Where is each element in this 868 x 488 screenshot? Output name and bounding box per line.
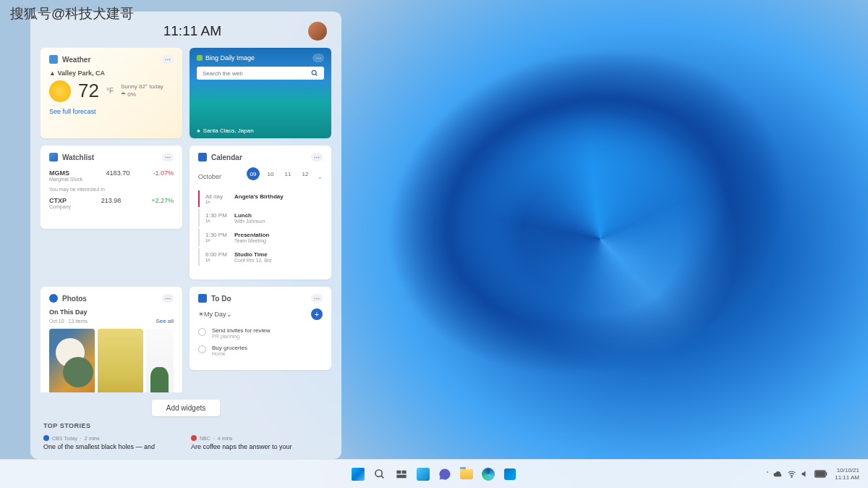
calendar-event[interactable]: 6:00 PM1hStudio TimeConf Rm 12, Bld [198,248,323,266]
battery-icon[interactable] [814,470,827,478]
todo-checkbox[interactable] [198,345,206,353]
widget-more-button[interactable]: ⋯ [311,294,323,303]
widget-more-button[interactable]: ⋯ [162,55,174,64]
explorer-button[interactable] [458,466,475,483]
calendar-event[interactable]: 1:30 PM1hPresentationTeam Meeting [198,229,323,246]
calendar-event[interactable]: All day1hAngela's Birthday [198,190,323,207]
taskbar: ˄ 10/10/21 11:11 AM [0,459,868,488]
calendar-day[interactable]: 09 [247,167,260,180]
user-avatar[interactable] [308,22,327,41]
todo-list-name[interactable]: My Day [204,311,226,318]
svg-rect-6 [396,474,406,478]
weather-icon [49,55,58,64]
svg-line-1 [315,74,317,75]
photos-title: Photos [62,295,87,303]
svg-rect-5 [402,470,407,474]
todo-title: To Do [211,295,231,303]
bing-widget[interactable]: Bing Daily Image ⋯ ● Santa Claus, Japan [190,48,331,138]
weather-unit: °F [106,87,114,95]
bing-caption: ● Santa Claus, Japan [197,127,254,134]
stories-label: TOP STORIES [43,422,328,429]
panel-time: 11:11 AM [163,23,221,39]
bing-title: Bing Daily Image [205,54,255,62]
chevron-up-icon[interactable]: ˄ [766,471,769,477]
calendar-title: Calendar [211,153,242,161]
photos-widget[interactable]: Photos ⋯ On This Day Oct 10 13 items See… [41,287,182,392]
todo-add-button[interactable]: + [311,308,323,320]
sun-icon [49,80,71,102]
weather-desc: Sunny 82° today [121,83,174,91]
svg-rect-9 [816,472,824,476]
search-icon [311,70,318,77]
taskbar-center [349,466,519,483]
svg-line-3 [381,476,383,478]
svg-point-7 [791,476,792,477]
weather-extra: ☂ 0% [121,91,174,98]
photo-thumbnail[interactable] [49,329,95,392]
calendar-event[interactable]: 1:30 PM1hLunchWith Johnson [198,209,323,227]
todo-checkbox[interactable] [198,328,206,336]
calendar-month: October [198,173,221,180]
svg-rect-4 [396,470,401,474]
start-button[interactable] [349,466,367,483]
search-button[interactable] [371,466,388,483]
widgets-button[interactable] [414,466,432,483]
photo-thumbnail[interactable] [146,329,174,392]
svg-point-2 [375,470,382,476]
weather-temp: 72 [78,80,99,102]
finance-widget[interactable]: Watchlist ⋯ MGMSMarginal Stock4183.70-1.… [41,146,182,229]
story-card[interactable]: CBS Today·2 minsOne of the smallest blac… [43,435,181,452]
wifi-icon[interactable] [787,469,796,479]
calendar-expand-icon[interactable]: ⌄ [318,174,323,180]
photos-subtitle: On This Day [49,308,174,316]
finance-row[interactable]: CTXPCompany213.98+2.27% [49,195,174,211]
todo-icon [198,294,207,303]
onedrive-icon[interactable] [773,469,783,479]
calendar-day[interactable]: 11 [281,167,294,180]
edge-button[interactable] [480,466,497,483]
panel-header: 11:11 AM [41,19,331,48]
widget-more-button[interactable]: ⋯ [162,294,174,303]
photos-date: Oct 10 [49,319,64,324]
system-tray[interactable]: ˄ 10/10/21 11:11 AM [766,467,859,481]
story-card[interactable]: NBC·4 minsAre coffee naps the answer to … [191,435,328,452]
task-view-button[interactable] [393,466,410,483]
watermark-text: 搜狐号@科技犬建哥 [10,4,134,23]
weather-title: Weather [62,56,90,64]
finance-row[interactable]: MGMSMarginal Stock4183.70-1.07% [49,167,174,184]
todo-item[interactable]: Buy groceriesHome [198,342,323,359]
photos-icon [49,294,58,303]
finance-icon [49,153,58,161]
finance-title: Watchlist [62,153,94,161]
calendar-widget[interactable]: Calendar ⋯ October 09101112 ⌄ All day1hA… [190,146,331,279]
widgets-grid: Weather ⋯ ▲ Valley Park, CA 72 °F Sunny … [41,48,331,392]
weather-forecast-link[interactable]: See full forecast [49,108,174,115]
svg-point-0 [312,70,316,75]
store-button[interactable] [501,466,519,483]
calendar-day[interactable]: 12 [299,167,312,180]
photos-count: 13 items [69,319,88,324]
bing-search-box[interactable] [197,67,324,80]
widgets-panel: 11:11 AM Weather ⋯ ▲ Valley Park, CA 72 … [30,12,341,459]
widget-more-button[interactable]: ⋯ [311,153,323,161]
todo-item[interactable]: Send invites for reviewPR planning [198,324,323,342]
bing-icon [197,55,203,61]
photos-see-all-link[interactable]: See all [156,318,174,324]
calendar-icon [198,153,207,161]
top-stories-section: TOP STORIES CBS Today·2 minsOne of the s… [41,422,331,452]
todo-widget[interactable]: To Do ⋯ ☀ My Day ⌄ + Send invites for re… [190,287,331,370]
chat-button[interactable] [436,466,454,483]
bing-search-input[interactable] [203,70,311,77]
widget-more-button[interactable]: ⋯ [312,54,324,62]
calendar-day[interactable]: 10 [264,167,277,180]
finance-note: You may be interested in [49,187,174,192]
weather-widget[interactable]: Weather ⋯ ▲ Valley Park, CA 72 °F Sunny … [41,48,182,138]
volume-icon[interactable] [801,469,810,479]
photo-thumbnail[interactable] [98,329,143,392]
taskbar-clock[interactable]: 10/10/21 11:11 AM [835,467,859,481]
add-widgets-button[interactable]: Add widgets [152,400,220,416]
weather-location: ▲ Valley Park, CA [49,70,174,77]
widget-more-button[interactable]: ⋯ [162,153,174,161]
